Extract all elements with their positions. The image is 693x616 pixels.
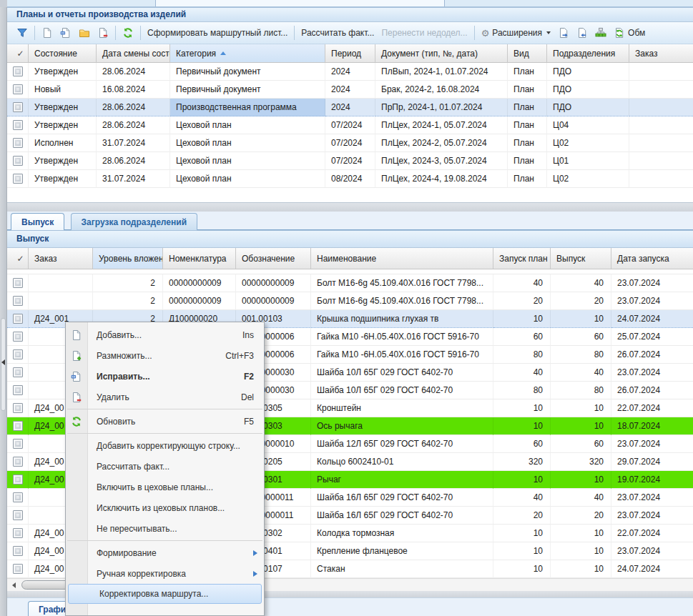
cell-output: 10 [551, 310, 611, 328]
menu-item-add[interactable]: Добавить... Ins [66, 324, 264, 345]
header-check-column[interactable]: ✓ [7, 248, 29, 269]
menu-item-edit[interactable]: Исправить... F2 [66, 366, 264, 387]
row-checkbox[interactable] [13, 528, 23, 538]
format-route-list-button[interactable]: Сформировать маршрутный лист... [144, 26, 291, 39]
menu-item-refresh[interactable]: Обновить F5 [66, 411, 264, 432]
header-document[interactable]: Документ (тип, №, дата) [375, 44, 508, 62]
header-period[interactable]: Период [325, 44, 375, 62]
row-checkbox[interactable] [13, 439, 23, 449]
header-department[interactable]: Подразделения [547, 44, 629, 62]
panel-splitter[interactable] [7, 203, 693, 212]
header-kind[interactable]: Вид [508, 44, 547, 62]
cell-period: 2024 [325, 63, 375, 81]
row-checkbox[interactable] [13, 421, 23, 431]
menu-separator [67, 540, 262, 541]
row-checkbox[interactable] [13, 66, 23, 76]
header-nomenclature[interactable]: Номенклатура [163, 248, 236, 269]
left-collapse-splitter[interactable] [0, 7, 7, 616]
row-checkbox[interactable] [13, 367, 23, 377]
cell-order [29, 274, 93, 292]
row-checkbox[interactable] [13, 332, 23, 342]
cell-output: 10 [551, 417, 611, 435]
menu-item-calc-fact[interactable]: Рассчитать факт... [66, 456, 264, 477]
header-output[interactable]: Выпуск [551, 248, 611, 269]
menu-item-formation[interactable]: Формирование [66, 542, 264, 563]
plan-row[interactable]: Утвержден 28.06.2024 Цеховой план 07/202… [7, 116, 693, 134]
open-folder-icon [79, 27, 90, 39]
menu-item-no-recalc[interactable]: Не пересчитывать... [66, 518, 264, 539]
open-button[interactable] [75, 26, 94, 40]
delete-button[interactable] [94, 26, 112, 40]
cell-name: Шайба 10Л 65Г 029 ГОСТ 6402-70 [311, 364, 493, 382]
row-checkbox[interactable] [13, 564, 23, 574]
menu-item-add-correction-row[interactable]: Добавить корректирующую строку... [66, 435, 264, 456]
header-designation[interactable]: Обозначение [236, 248, 311, 269]
row-checkbox[interactable] [13, 349, 23, 359]
tab-vypusk[interactable]: Выпуск [11, 213, 64, 231]
edit-button[interactable] [56, 26, 75, 40]
menu-item-include-shop-plans[interactable]: Включить в цеховые планы... [66, 477, 264, 497]
vypusk-row[interactable]: 2 00000000009 00000000009 Болт М16-6g 45… [7, 274, 693, 292]
plan-row[interactable]: Новый 16.08.2024 Первичный документ 2024… [7, 81, 693, 99]
header-check-column[interactable]: ✓ [7, 44, 29, 62]
plan-row[interactable]: Утвержден 28.06.2024 Цеховой план 07/202… [7, 152, 693, 170]
cell-output: 320 [551, 453, 611, 471]
outer-edge-segment [7, 0, 156, 7]
header-nesting-level[interactable]: Уровень вложенности [93, 248, 163, 269]
filter-button[interactable] [13, 26, 31, 40]
header-name[interactable]: Наименование [311, 248, 493, 269]
partially-scrolled-row[interactable]: Д24_0 Д100000 001.0 [7, 269, 693, 274]
cell-output: 10 [551, 560, 611, 578]
cell-launch-plan: 10 [493, 417, 551, 435]
menu-item-delete[interactable]: Удалить Del [66, 387, 264, 407]
vypusk-row[interactable]: 2 00000000009 00000000009 Болт М16-6g 45… [7, 292, 693, 310]
row-checkbox[interactable] [13, 403, 23, 413]
row-checkbox[interactable] [13, 475, 23, 485]
plan-row[interactable]: Утвержден 31.07.2024 Цеховой план 08/202… [7, 170, 693, 188]
row-checkbox[interactable] [13, 314, 23, 324]
row-checkbox[interactable] [13, 278, 23, 288]
refresh-button[interactable] [119, 26, 137, 40]
add-button[interactable] [38, 26, 56, 40]
row-checkbox[interactable] [13, 84, 23, 94]
row-checkbox[interactable] [13, 120, 23, 130]
cell-check [7, 542, 29, 560]
row-checkbox[interactable] [13, 510, 23, 520]
row-checkbox[interactable] [13, 385, 23, 395]
cell-category: Первичный документ [170, 63, 325, 81]
header-state[interactable]: Состояние [29, 44, 97, 62]
header-order[interactable]: Заказ [629, 44, 693, 62]
row-checkbox[interactable] [13, 138, 23, 148]
hierarchy-icon [595, 27, 606, 39]
import-button[interactable] [573, 26, 591, 40]
extensions-button[interactable]: ⚙ Расширения [478, 26, 554, 40]
row-checkbox[interactable] [13, 492, 23, 502]
export-button[interactable] [554, 26, 573, 40]
calc-fact-button[interactable]: Рассчитать факт... [298, 26, 378, 39]
hierarchy-button[interactable] [591, 26, 610, 40]
scroll-left-button[interactable] [9, 580, 19, 590]
header-launch-date[interactable]: Дата запуска [611, 248, 693, 269]
menu-item-exclude-shop-plans[interactable]: Исключить из цеховых планов... [66, 497, 264, 518]
row-checkbox[interactable] [13, 174, 23, 184]
header-order[interactable]: Заказ [29, 248, 93, 269]
cell-launch-plan: 10 [493, 560, 551, 578]
row-checkbox[interactable] [13, 156, 23, 166]
cell-output: 20 [551, 507, 611, 525]
exchange-button[interactable]: Обм [610, 26, 649, 40]
cell-check [7, 525, 29, 542]
header-state-date[interactable]: Дата смены состояния [97, 44, 170, 62]
tab-zagruzka-podrazdelenij[interactable]: Загрузка подразделений [71, 213, 197, 230]
header-category[interactable]: Категория [170, 44, 325, 62]
row-checkbox[interactable] [13, 546, 23, 556]
row-checkbox[interactable] [13, 102, 23, 112]
menu-item-route-correction[interactable]: Корректировка маршрута... [68, 584, 262, 604]
row-checkbox[interactable] [13, 296, 23, 306]
plan-row[interactable]: Исполнен 31.07.2024 Цеховой план 07/2024… [7, 134, 693, 152]
plan-row[interactable]: Утвержден 28.06.2024 Производственная пр… [7, 99, 693, 116]
plan-row[interactable]: Утвержден 28.06.2024 Первичный документ … [7, 63, 693, 81]
header-launch-plan[interactable]: Запуск план [493, 248, 551, 269]
menu-item-duplicate[interactable]: Размножить... Ctrl+F3 [66, 345, 264, 366]
menu-item-manual-correction[interactable]: Ручная корректировка [66, 563, 264, 584]
row-checkbox[interactable] [13, 457, 23, 467]
